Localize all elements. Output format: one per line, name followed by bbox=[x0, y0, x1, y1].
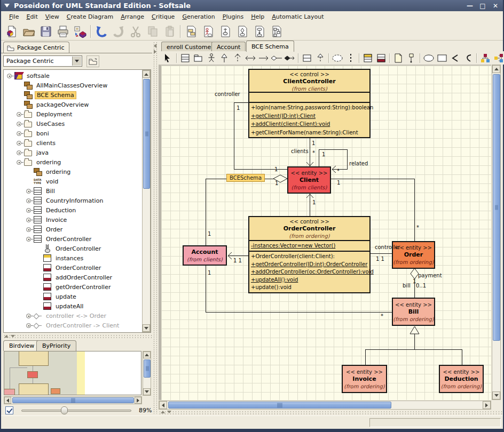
menu-automatic-layout[interactable]: Automatic Layout bbox=[268, 12, 327, 21]
menu-generation[interactable]: Generation bbox=[178, 12, 218, 21]
birdview-vertical-scrollbar[interactable] bbox=[143, 351, 151, 396]
scrollbar-thumb[interactable] bbox=[143, 79, 150, 189]
tree-expand-handle[interactable] bbox=[17, 160, 23, 165]
new-activity-diagram-icon[interactable] bbox=[251, 23, 268, 39]
class-client[interactable]: << entity >> Client (from clients) bbox=[287, 166, 331, 194]
tree-expand-handle[interactable] bbox=[7, 74, 14, 78]
operation[interactable]: +getOrderController(ID:int):OrderControl… bbox=[249, 261, 369, 269]
association-role-label[interactable]: payment bbox=[418, 273, 442, 278]
comment-ellipse-tool-icon[interactable] bbox=[331, 52, 344, 64]
zoom-slider-track[interactable] bbox=[21, 410, 131, 412]
tree-expand-handle[interactable] bbox=[26, 189, 33, 194]
scroll-down-icon[interactable] bbox=[143, 388, 151, 395]
tree-item[interactable]: Deployment bbox=[4, 109, 151, 119]
splitter-collapse-down-icon[interactable] bbox=[11, 335, 15, 338]
scrollbar-thumb[interactable] bbox=[12, 397, 134, 403]
vertical-splitter[interactable] bbox=[153, 42, 158, 414]
menu-edit[interactable]: Edit bbox=[22, 12, 41, 21]
tree-expand-handle[interactable] bbox=[17, 131, 23, 136]
multiplicity-label[interactable]: 1 bbox=[274, 166, 278, 172]
diagram-canvas[interactable]: << control >> ClientController (from cli… bbox=[159, 65, 491, 400]
new-package-button[interactable] bbox=[86, 55, 99, 67]
menu-arrange[interactable]: Arrange bbox=[117, 12, 148, 21]
tree-item[interactable]: UseCases bbox=[4, 119, 151, 129]
multiplicity-label[interactable]: 1 bbox=[312, 199, 316, 205]
multiplicity-label[interactable]: 1 bbox=[322, 151, 325, 157]
tree-expand-handle[interactable] bbox=[17, 122, 23, 126]
tree-item[interactable]: clients bbox=[4, 138, 151, 148]
cut-icon[interactable] bbox=[127, 23, 144, 39]
select-tool-icon[interactable] bbox=[161, 52, 175, 64]
tree-item[interactable]: instances bbox=[4, 253, 151, 263]
scroll-up-icon[interactable] bbox=[143, 351, 151, 358]
multiplicity-label[interactable]: 1 bbox=[337, 180, 340, 186]
association-role-label[interactable]: bill bbox=[403, 283, 411, 289]
multiplicity-label[interactable]: 1 bbox=[312, 140, 315, 146]
tree-expand-handle[interactable] bbox=[26, 237, 33, 242]
tree-item[interactable]: java bbox=[4, 148, 151, 157]
package-tool-icon[interactable] bbox=[192, 52, 205, 64]
arc-tool-icon[interactable] bbox=[462, 52, 475, 64]
print-icon[interactable] bbox=[54, 23, 72, 39]
canvas-vertical-scrollbar[interactable] bbox=[492, 65, 501, 400]
operation[interactable]: +OrderController(client:Client): bbox=[249, 253, 369, 261]
birdview-sync-checkbox[interactable] bbox=[5, 406, 13, 414]
scroll-down-icon[interactable] bbox=[492, 391, 500, 399]
dashed-line-tool-icon[interactable] bbox=[344, 52, 358, 64]
class-invoice[interactable]: << entity >> Invoice (from ordering) bbox=[342, 365, 387, 393]
class-bill[interactable]: << entity >> Bill (from ordering) bbox=[392, 298, 435, 326]
multiplicity-label[interactable]: 1 bbox=[275, 180, 278, 186]
menu-file[interactable]: File bbox=[5, 12, 22, 21]
generalization-tool-icon[interactable] bbox=[218, 52, 231, 64]
rectangle-tool-icon[interactable] bbox=[436, 52, 449, 64]
composition-tool-icon[interactable] bbox=[284, 52, 297, 64]
multiplicity-label[interactable]: 1 1 bbox=[233, 258, 242, 263]
tree-expand-handle[interactable] bbox=[17, 112, 23, 117]
operation[interactable]: +getClient(ID:int):Client bbox=[249, 112, 369, 121]
undo-icon[interactable] bbox=[93, 23, 110, 39]
class-ordercontroller[interactable]: << control >> OrderController (from orde… bbox=[248, 216, 371, 293]
title-bar[interactable]: Poseidon for UML Standard Edition - Soft… bbox=[1, 0, 503, 11]
multiplicity-label[interactable]: * bbox=[381, 313, 383, 319]
tree-expand-handle[interactable] bbox=[26, 218, 33, 222]
new-attribute-tool-icon[interactable] bbox=[361, 52, 375, 64]
tree-item[interactable]: boni bbox=[4, 129, 151, 138]
redo-icon[interactable] bbox=[110, 23, 127, 39]
new-file-icon[interactable] bbox=[3, 23, 20, 39]
tree-item[interactable]: softsale bbox=[4, 71, 151, 81]
multiplicity-label[interactable]: * bbox=[337, 168, 340, 174]
window-menu-icon[interactable] bbox=[4, 4, 10, 7]
scrollbar-thumb[interactable] bbox=[493, 74, 500, 341]
new-operation-tool-icon[interactable] bbox=[375, 52, 388, 64]
tree-item[interactable]: Deduction bbox=[4, 205, 151, 215]
multiplicity-label[interactable]: 1 bbox=[237, 105, 240, 111]
minimize-button[interactable]: — bbox=[466, 2, 474, 10]
operation[interactable]: +update():void bbox=[249, 284, 369, 292]
operation[interactable]: +login(name:String,password:String):bool… bbox=[249, 103, 369, 112]
association-role-label[interactable]: controller bbox=[375, 244, 400, 250]
multiplicity-label[interactable]: * bbox=[416, 225, 419, 230]
class-deduction[interactable]: << entity >> Deduction (from ordering) bbox=[439, 365, 484, 393]
close-button[interactable]: ✕ bbox=[491, 2, 500, 10]
abstraction-tool-icon[interactable] bbox=[314, 52, 327, 64]
menu-create-diagram[interactable]: Create Diagram bbox=[63, 12, 117, 21]
canvas-horizontal-scrollbar[interactable] bbox=[159, 401, 491, 410]
tree-expand-handle[interactable] bbox=[26, 314, 33, 318]
view-selector-dropdown[interactable]: Package Centric bbox=[3, 55, 82, 67]
class-clientcontroller[interactable]: << control >> ClientController (from cli… bbox=[248, 69, 371, 138]
horizontal-splitter[interactable] bbox=[3, 334, 152, 339]
new-statechart-diagram-icon[interactable] bbox=[234, 23, 251, 39]
operation[interactable]: +updateAll():void bbox=[249, 276, 369, 284]
tree-expand-handle[interactable] bbox=[26, 208, 33, 213]
multiplicity-label[interactable]: * bbox=[312, 150, 315, 156]
splitter-collapse-up-icon[interactable] bbox=[4, 335, 9, 338]
tree-expand-handle[interactable] bbox=[26, 227, 33, 232]
note-tool-icon[interactable] bbox=[392, 52, 405, 64]
horizontal-splitter[interactable] bbox=[159, 411, 504, 415]
tree-item[interactable]: ordering bbox=[4, 157, 151, 167]
note-anchor-tool-icon[interactable] bbox=[405, 52, 419, 64]
aggregation-tool-icon[interactable] bbox=[270, 52, 284, 64]
menu-plugins[interactable]: Plugins bbox=[219, 12, 247, 21]
scroll-up-icon[interactable] bbox=[143, 70, 150, 78]
scroll-left-icon[interactable] bbox=[159, 401, 167, 409]
